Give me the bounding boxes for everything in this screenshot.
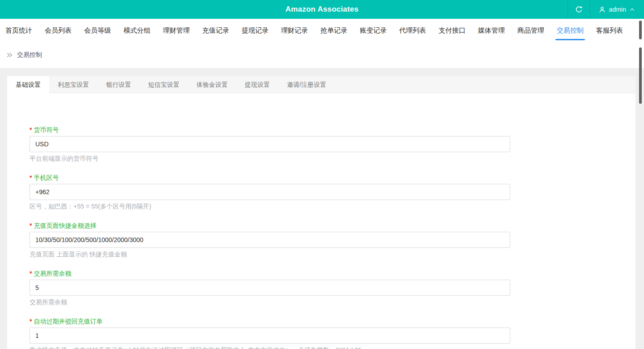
refresh-button[interactable]	[567, 0, 590, 19]
field-label: *自动过期并驳回充值订单	[30, 318, 635, 325]
user-menu[interactable]: admin	[590, 0, 644, 19]
form-field-auto-expire-order: *自动过期并驳回充值订单 客户提交充值，未支付的充值订单x小时后自动过期驳回（驳…	[30, 318, 635, 349]
tab-withdraw-settings[interactable]: 提现设置	[236, 76, 278, 93]
app-header: Amazon Associates admin	[0, 0, 644, 19]
nav-item-finance-record[interactable]: 理财记录	[281, 19, 308, 42]
required-asterisk: *	[30, 318, 32, 325]
nav-item-product-manage[interactable]: 商品管理	[517, 19, 544, 42]
required-asterisk: *	[30, 222, 32, 229]
form-field-currency-symbol: *货币符号 平台前端显示的货币符号	[30, 126, 635, 162]
field-help: 交易所需余额	[30, 298, 635, 306]
settings-tabbar: 基础设置 利息宝设置 银行设置 短信宝设置 体验金设置 提现设置 邀请/注册设置	[7, 76, 635, 93]
chevron-up-icon	[629, 7, 635, 13]
form-field-required-balance: *交易所需余额 交易所需余额	[30, 270, 635, 306]
double-chevron-right-icon	[6, 51, 13, 59]
field-label: *手机区号	[30, 174, 635, 181]
field-label: *交易所需余额	[30, 270, 635, 277]
required-asterisk: *	[30, 270, 32, 277]
field-help: 充值页面 上面显示的 快捷充值金额	[30, 251, 635, 258]
nav-item-mode-group[interactable]: 模式分组	[124, 19, 150, 42]
currency-symbol-input[interactable]	[30, 136, 510, 152]
breadcrumb: 交易控制	[0, 42, 644, 68]
username: admin	[609, 6, 626, 13]
form-field-quick-amounts: *充值页面快捷金额选择 充值页面 上面显示的 快捷充值金额	[30, 222, 635, 258]
tab-sms-settings[interactable]: 短信宝设置	[140, 76, 188, 93]
nav-item-grab-record[interactable]: 抢单记录	[320, 19, 347, 42]
tab-bank-settings[interactable]: 银行设置	[98, 76, 140, 93]
field-help: 区号，如巴西：+55 = 55(多个区号用|5隔开)	[30, 203, 635, 210]
scrollbar-thumb[interactable]	[639, 47, 642, 104]
nav-item-balance-record[interactable]: 账变记录	[360, 19, 387, 42]
tab-interest-settings[interactable]: 利息宝设置	[49, 76, 98, 93]
required-asterisk: *	[30, 174, 32, 181]
nav-item-agent-list[interactable]: 代理列表	[399, 19, 426, 42]
field-label: *货币符号	[30, 126, 635, 133]
main-nav: 首页统计 会员列表 会员等级 模式分组 理财管理 充值记录 提现记录 理财记录 …	[0, 19, 644, 42]
field-label: *充值页面快捷金额选择	[30, 222, 635, 229]
quick-amounts-input[interactable]	[30, 232, 510, 248]
settings-card: 基础设置 利息宝设置 银行设置 短信宝设置 体验金设置 提现设置 邀请/注册设置…	[7, 76, 635, 349]
nav-item-service-list[interactable]: 客服列表	[596, 19, 623, 42]
field-help: 客户提交充值，未支付的充值订单x小时后自动过期驳回（驳回内容在帮助中心-文本内容…	[30, 346, 635, 349]
nav-item-member-list[interactable]: 会员列表	[45, 19, 72, 42]
header-controls: admin	[567, 0, 644, 19]
tab-invite-register-settings[interactable]: 邀请/注册设置	[278, 76, 335, 93]
field-label-text: 自动过期并驳回充值订单	[34, 318, 102, 325]
basic-settings-form: *货币符号 平台前端显示的货币符号 *手机区号 区号，如巴西：+55 = 55(…	[7, 93, 635, 349]
tab-basic-settings[interactable]: 基础设置	[7, 76, 49, 93]
nav-item-finance-manage[interactable]: 理财管理	[163, 19, 190, 42]
nav-item-recharge-record[interactable]: 充值记录	[202, 19, 229, 42]
tab-trial-fund-settings[interactable]: 体验金设置	[188, 76, 236, 93]
field-label-text: 货币符号	[34, 126, 59, 133]
field-label-text: 充值页面快捷金额选择	[34, 222, 96, 229]
phone-area-code-input[interactable]	[30, 184, 510, 200]
nav-item-media-manage[interactable]: 媒体管理	[478, 19, 505, 42]
nav-item-home-stats[interactable]: 首页统计	[5, 19, 32, 42]
form-field-phone-area-code: *手机区号 区号，如巴西：+55 = 55(多个区号用|5隔开)	[30, 174, 635, 210]
nav-item-member-level[interactable]: 会员等级	[84, 19, 111, 42]
required-asterisk: *	[30, 126, 32, 133]
page-body: 基础设置 利息宝设置 银行设置 短信宝设置 体验金设置 提现设置 邀请/注册设置…	[0, 68, 644, 349]
scrollbar-thumb[interactable]	[639, 21, 642, 39]
auto-expire-order-input[interactable]	[30, 328, 510, 344]
nav-item-trade-control[interactable]: 交易控制	[557, 19, 584, 42]
field-help: 平台前端显示的货币符号	[30, 155, 635, 162]
nav-item-pay-api[interactable]: 支付接口	[439, 19, 465, 42]
refresh-icon	[575, 5, 583, 14]
required-balance-input[interactable]	[30, 280, 510, 296]
nav-item-withdraw-record[interactable]: 提现记录	[242, 19, 269, 42]
field-label-text: 交易所需余额	[34, 270, 71, 277]
app-title: Amazon Associates	[0, 5, 644, 14]
field-label-text: 手机区号	[34, 174, 59, 181]
breadcrumb-current: 交易控制	[17, 51, 42, 59]
user-icon	[598, 6, 606, 13]
